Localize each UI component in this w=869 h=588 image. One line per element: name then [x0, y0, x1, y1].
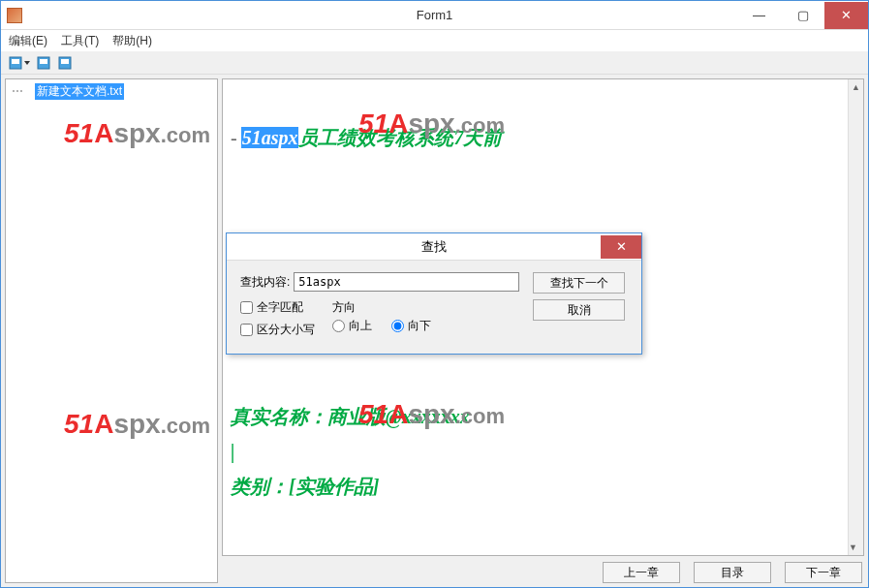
app-icon	[7, 8, 22, 23]
window-controls: — ▢ ✕	[737, 2, 868, 29]
titlebar[interactable]: Form1 — ▢ ✕	[1, 1, 868, 30]
find-input[interactable]	[294, 272, 519, 292]
find-close-button[interactable]: ✕	[601, 235, 641, 259]
find-dialog[interactable]: 查找 ✕ 查找内容: 查找下一个 全字匹配 区分大小写 方向 向上 向下 取消	[226, 232, 642, 355]
menubar: 编辑(E) 工具(T) 帮助(H)	[1, 30, 868, 51]
maximize-button[interactable]: ▢	[781, 2, 824, 29]
menu-edit[interactable]: 编辑(E)	[9, 33, 47, 49]
doc-line: 员工绩效考核系统7天前	[298, 127, 502, 148]
direction-up-radio[interactable]: 向上	[332, 318, 372, 334]
find-titlebar[interactable]: 查找 ✕	[227, 233, 641, 261]
dropdown-caret-icon	[24, 61, 30, 65]
find-title: 查找	[227, 238, 641, 256]
toolbar-button-1[interactable]	[7, 54, 32, 72]
whole-word-checkbox[interactable]: 全字匹配	[240, 299, 315, 316]
toc-button[interactable]: 目录	[694, 562, 771, 583]
text-caret: |	[231, 441, 234, 462]
toolbar	[1, 51, 868, 75]
search-highlight: 51aspx	[241, 127, 299, 148]
next-chapter-button[interactable]: 下一章	[785, 562, 862, 583]
tree-connector-icon: ⋯	[12, 84, 23, 98]
watermark: 51Aspx.com	[64, 118, 210, 149]
doc-line: 类别：[实验作品]	[231, 476, 379, 497]
svg-rect-3	[40, 59, 47, 64]
find-label: 查找内容:	[240, 274, 290, 291]
tree-pane[interactable]: ⋯新建文本文档.txt 51Aspx.com 51Aspx.com	[5, 78, 218, 583]
direction-label: 方向	[332, 299, 431, 316]
minimize-button[interactable]: —	[737, 2, 781, 29]
toolbar-button-2[interactable]	[34, 54, 53, 72]
vertical-scrollbar[interactable]: ▲ ▼	[848, 79, 863, 555]
find-body: 查找内容: 查找下一个 全字匹配 区分大小写 方向 向上 向下 取消	[227, 261, 641, 354]
scroll-up-icon[interactable]: ▲	[849, 79, 863, 95]
svg-rect-5	[61, 59, 69, 64]
find-next-button[interactable]: 查找下一个	[533, 272, 625, 294]
svg-rect-1	[12, 59, 19, 64]
watermark: 51Aspx.com	[64, 409, 210, 440]
close-button[interactable]: ✕	[824, 2, 868, 29]
menu-help[interactable]: 帮助(H)	[112, 33, 152, 49]
match-case-checkbox[interactable]: 区分大小写	[240, 322, 315, 338]
scroll-down-icon[interactable]: ▼	[849, 540, 857, 555]
menu-tools[interactable]: 工具(T)	[61, 33, 99, 49]
toolbar-button-3[interactable]	[55, 54, 75, 72]
footer-buttons: 上一章 目录 下一章	[222, 558, 864, 583]
prev-chapter-button[interactable]: 上一章	[603, 562, 680, 583]
tree-item-file[interactable]: 新建文本文档.txt	[35, 83, 124, 100]
doc-line: 真实名称：商业版@xxxxxxx	[231, 406, 470, 427]
direction-down-radio[interactable]: 向下	[391, 318, 431, 334]
cancel-button[interactable]: 取消	[533, 299, 625, 321]
